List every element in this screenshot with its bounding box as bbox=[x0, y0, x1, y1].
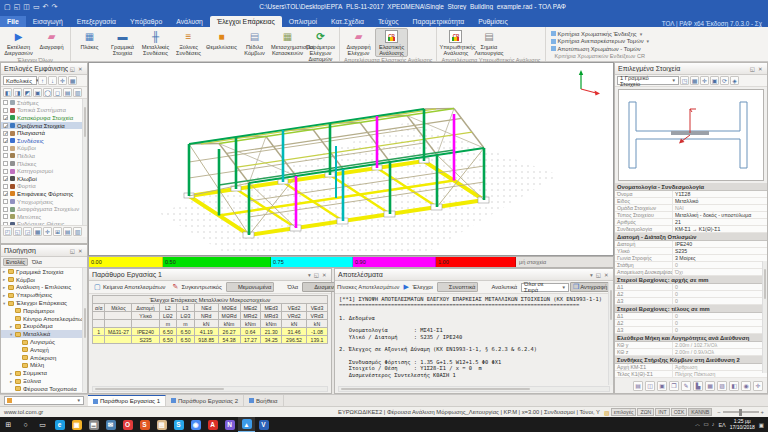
display-tree-item[interactable]: Τοπικά Συστήματα bbox=[1, 107, 87, 115]
column-header[interactable]: ΜΘΕd bbox=[218, 304, 240, 312]
ribbon-button[interactable]: Πλάκες bbox=[73, 28, 106, 63]
section-icon[interactable]: ▣ bbox=[710, 76, 719, 85]
ribbon-button[interactable]: Γραμμικά Στοιχεία bbox=[106, 28, 139, 63]
ribbon-tab[interactable]: File bbox=[0, 16, 26, 27]
cr-criteria-item[interactable]: Αποτύπωση Χρωμάτων - Τομών bbox=[551, 45, 650, 53]
pin-icon[interactable]: ◱ bbox=[748, 66, 756, 72]
column-header[interactable]: ΝRd bbox=[194, 312, 218, 320]
select-none-icon[interactable]: ◱ bbox=[13, 227, 22, 236]
office-app-icon[interactable]: ▤ bbox=[153, 417, 170, 432]
scrollbar[interactable] bbox=[82, 268, 87, 392]
status-toggle[interactable]: ΟΣΚ bbox=[671, 408, 688, 416]
scrollbar[interactable] bbox=[82, 99, 87, 225]
status-toggle[interactable]: ΖΩΝ bbox=[637, 408, 654, 416]
display-icon[interactable]: ▭ bbox=[703, 421, 708, 428]
skype-icon[interactable]: S bbox=[170, 417, 187, 432]
checkbox-icon[interactable] bbox=[3, 131, 8, 136]
section-display-icon[interactable]: ▥ bbox=[73, 88, 82, 97]
property-section-header[interactable]: Ελεύθερα Μήκη και Λυγηρότητες ανά Διεύθυ… bbox=[615, 334, 767, 342]
ribbon-tab[interactable]: Έλεγχοι Επάρκειας bbox=[210, 16, 282, 27]
checkbox-icon[interactable] bbox=[3, 184, 8, 189]
column-header[interactable]: VΕd3 bbox=[307, 304, 328, 312]
work-toolbar-button[interactable]: Όλα bbox=[275, 282, 301, 292]
nav-tab[interactable]: Εντολές bbox=[3, 258, 28, 266]
checkbox-icon[interactable] bbox=[3, 176, 8, 181]
selection-combo[interactable]: 1 Γραμμικό Στοιχείο▼ bbox=[617, 76, 679, 85]
close-icon[interactable]: ✕ bbox=[756, 66, 764, 72]
diagram-icon[interactable]: ▙ bbox=[693, 381, 703, 391]
close-icon[interactable]: ✕ bbox=[76, 66, 84, 72]
column-header[interactable]: ΜΕd3 bbox=[261, 304, 282, 312]
ribbon-tab[interactable]: Εισαγωγή bbox=[26, 16, 70, 27]
nav-tree-item[interactable]: ▸ Γραμμικά Στοιχεία bbox=[1, 268, 87, 276]
copy-to-editor-button[interactable]: Αντιγραφή και διαχείριση κειμένου bbox=[570, 282, 611, 292]
acrobat-icon[interactable]: A bbox=[204, 417, 221, 432]
display-tree-item[interactable]: Πλάκες bbox=[1, 160, 87, 168]
start-button[interactable]: ⊞ bbox=[0, 417, 17, 432]
checkbox-icon[interactable] bbox=[3, 146, 8, 151]
table-icon[interactable]: ▦ bbox=[33, 227, 42, 236]
property-section-header[interactable]: Στερεοί Βραχίονες: αρχής σε mm bbox=[615, 276, 767, 284]
ribbon-tab[interactable]: Κατ.Σχέδια bbox=[324, 16, 371, 27]
property-section-header[interactable]: Διατομή - Διάταξη Οπλισμών bbox=[615, 233, 767, 241]
display-scope-combo[interactable]: Καθολικές▼ bbox=[3, 76, 37, 85]
ribbon-button[interactable]: Υπερωθητικής Ανάλυσης bbox=[439, 28, 472, 57]
crosshair-icon[interactable]: ✛ bbox=[43, 227, 52, 236]
display-tree-item[interactable]: Πλαγιαστά bbox=[1, 129, 87, 137]
display-tree-item[interactable]: Επιφάνειες Φόρτισης bbox=[1, 190, 87, 198]
property-row[interactable]: ΚΘ z 2.00m / 0.9λ/λΟλ bbox=[615, 349, 767, 356]
ribbon-button[interactable]: Σημεία Λειτουργίας bbox=[472, 28, 505, 57]
3d-viewport[interactable] bbox=[88, 62, 614, 256]
property-section-header[interactable]: Ονοματολογία - Συνδεσμολογία bbox=[615, 183, 767, 191]
ribbon-tab[interactable]: Παραμετρικότητα bbox=[406, 16, 472, 27]
ribbon-tab[interactable]: Οπλισμοί bbox=[282, 16, 324, 27]
property-row[interactable]: Στάθμη 0 bbox=[615, 262, 767, 269]
view-mode-icon[interactable]: ◧ bbox=[3, 88, 12, 97]
ribbon-button[interactable]: Θεμελιώσεις bbox=[205, 28, 238, 63]
display-tree-item[interactable]: Μετώπες bbox=[1, 213, 87, 221]
column-header[interactable]: L2 bbox=[159, 304, 177, 312]
property-row[interactable]: Απομείωση Δυσκαμψίας Όχι bbox=[615, 269, 767, 276]
column-view-icon[interactable]: ▥ bbox=[73, 227, 82, 236]
checkbox-icon[interactable] bbox=[3, 100, 8, 105]
zoom-in-icon[interactable]: + bbox=[761, 409, 764, 415]
property-row[interactable]: Δ2 0 bbox=[615, 320, 767, 327]
display-tree-item[interactable]: Κλωβοί bbox=[1, 175, 87, 183]
view-mode-icon[interactable]: ◨ bbox=[13, 88, 22, 97]
ribbon-tab[interactable]: Ρυθμίσεις bbox=[471, 16, 514, 27]
photos-icon[interactable]: ▲ bbox=[238, 417, 255, 432]
move-up-icon[interactable]: ↑ bbox=[38, 76, 47, 85]
property-section-header[interactable]: Στερεοί Βραχίονες: τέλους σε mm bbox=[615, 305, 767, 313]
fit-view-icon[interactable]: ✛ bbox=[58, 76, 67, 85]
display-tree-item[interactable]: Στάθμες bbox=[1, 99, 87, 107]
pin-icon[interactable]: ◳ bbox=[680, 76, 689, 85]
properties-icon[interactable]: ◈ bbox=[730, 76, 739, 85]
work-toolbar-button[interactable]: Μεμονωμένα bbox=[226, 282, 275, 292]
checkbox-icon[interactable] bbox=[3, 108, 8, 113]
ribbon-tab[interactable]: Επεξεργασία bbox=[70, 16, 123, 27]
property-row[interactable]: Δ1 0 bbox=[615, 284, 767, 291]
refresh-icon[interactable]: ⟳ bbox=[720, 76, 729, 85]
display-tree-item[interactable]: Κατηγορισμοί bbox=[1, 167, 87, 175]
locate-icon[interactable]: ✛ bbox=[753, 381, 763, 391]
property-row[interactable]: ΚΘ y 2.00m / 102.7λ/Ολ bbox=[615, 342, 767, 349]
checkbox-icon[interactable] bbox=[3, 115, 8, 120]
status-toggle[interactable]: ΚΑΝΝΒ bbox=[688, 408, 712, 416]
cross-section-preview[interactable] bbox=[618, 89, 764, 181]
property-row[interactable]: Αρχή ΚΜ-Σ1 Άρθρωση bbox=[615, 364, 767, 371]
property-row[interactable]: Δ3 0 bbox=[615, 298, 767, 305]
vs-icon[interactable]: V bbox=[255, 417, 272, 432]
action-center-icon[interactable]: ▣ bbox=[759, 422, 764, 428]
sublime-icon[interactable]: S bbox=[136, 417, 153, 432]
nav-tree-item[interactable]: ▸ Ανάλυση - Επιλύσεις bbox=[1, 284, 87, 292]
table-row[interactable]: S2356.506.50918.8554.3817.2734.25296.521… bbox=[93, 336, 328, 344]
store-icon[interactable]: ⬒ bbox=[85, 417, 102, 432]
ribbon-button[interactable]: Μεταλλικές Συνδέσεις bbox=[139, 28, 172, 63]
work-toolbar-button[interactable]: Κείμενα Αποτελεσμάτων bbox=[91, 282, 168, 292]
property-row[interactable]: Υλικό S235 bbox=[615, 248, 767, 255]
work-window-tab[interactable]: Παράθυρο Εργασίας 1 bbox=[88, 395, 166, 406]
move-down-icon[interactable]: ↓ bbox=[48, 76, 57, 85]
column-header[interactable]: α/α bbox=[93, 304, 105, 312]
display-tree-item[interactable]: Συνδέσεις bbox=[1, 137, 87, 145]
pin-icon[interactable]: ◱ bbox=[594, 272, 602, 278]
